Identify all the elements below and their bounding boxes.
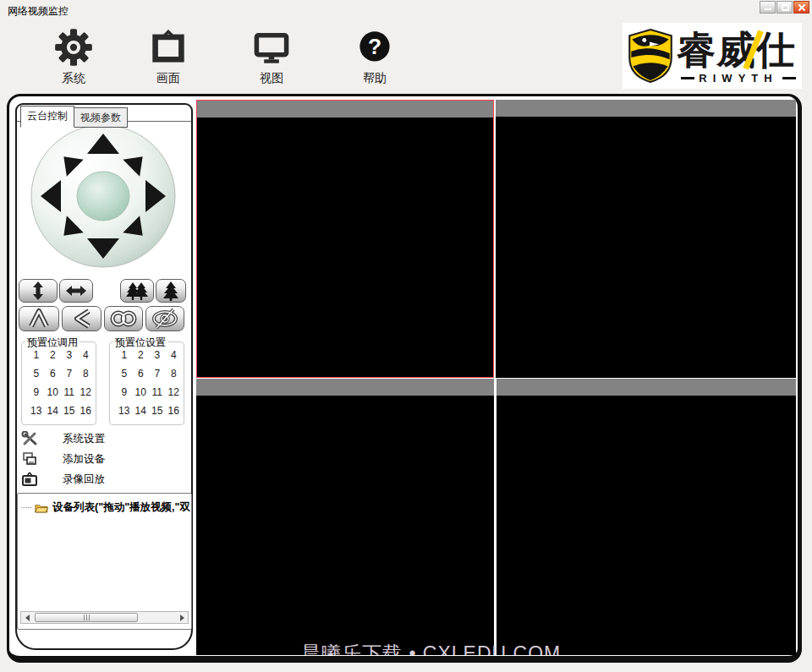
scroll-right-arrow[interactable] [176,612,188,623]
minimize-icon [765,8,771,10]
preset-number[interactable]: 15 [61,405,78,417]
preset-number[interactable]: 7 [149,368,166,380]
help-icon: ? [338,27,411,68]
minimize-button[interactable] [760,1,776,14]
logo-dash-left [681,77,694,79]
system-settings-label: 系统设置 [63,432,105,446]
brand-latin: RIWYTH [699,72,777,85]
toolbar-screen-label: 画面 [132,71,205,86]
preset-number[interactable]: 14 [45,405,62,417]
brand-logo: 睿威仕 RIWYTH [623,23,802,89]
preset-call-grid: 12345678910111213141516 [28,349,94,417]
folder-icon [35,502,48,514]
device-tree-root[interactable]: 设备列表("拖动"播放视频,"双 [21,500,190,515]
preset-number[interactable]: 2 [45,349,62,361]
video-panel-2[interactable] [496,100,796,378]
preset-number[interactable]: 12 [78,386,95,398]
video-grid: 晨曦乐下载 • CXLEDU.COM [196,100,796,655]
preset-number[interactable]: 11 [149,386,166,398]
preset-number[interactable]: 2 [133,349,150,361]
panel-divider [495,379,497,655]
focus-far-button[interactable] [104,306,143,331]
tv-icon [20,472,39,487]
monitor-icon [235,27,308,68]
horizontal-scrollbar[interactable] [20,611,189,624]
preset-number[interactable]: 1 [116,349,133,361]
preset-number[interactable]: 6 [133,368,150,380]
maximize-icon [782,4,789,11]
preset-number[interactable]: 16 [166,405,183,417]
preset-number[interactable]: 13 [28,405,45,417]
iris-open-icon [26,308,52,330]
preset-number[interactable]: 7 [61,368,78,380]
gear-icon [37,27,110,68]
zoom-in-button[interactable] [156,279,186,303]
logo-dash-right [782,77,796,79]
video-panel-4-titlebar [496,379,796,396]
preset-number[interactable]: 8 [78,368,95,380]
tab-ptz-control[interactable]: 云台控制 [20,106,74,128]
preset-number[interactable]: 13 [116,405,133,417]
preset-number[interactable]: 9 [116,386,133,398]
playback-button[interactable]: 录像回放 [20,471,173,488]
focus-infinity-icon [109,308,138,330]
video-panel-3[interactable] [196,379,494,655]
scroll-left-arrow[interactable] [21,612,33,623]
preset-number[interactable]: 3 [61,349,78,361]
preset-number[interactable]: 3 [149,349,166,361]
preset-number[interactable]: 10 [45,386,62,398]
video-panel-3-titlebar [196,379,494,396]
zoom-out-button[interactable] [120,279,154,303]
pan-horizontal-icon [65,284,87,298]
video-panel-4[interactable] [496,379,796,655]
add-device-label: 添加设备 [63,452,105,467]
zoom-in-tree-icon [162,281,179,301]
preset-number[interactable]: 12 [166,386,183,398]
preset-number[interactable]: 6 [45,368,62,380]
preset-number[interactable]: 1 [28,349,45,361]
close-button[interactable] [793,1,809,14]
watermark-text: 晨曦乐下载 • CXLEDU.COM [301,641,561,655]
toolbar-system-button[interactable]: 系统 [37,27,110,88]
tab-video-params[interactable]: 视频参数 [74,107,128,128]
brand-latin-row: RIWYTH [678,72,798,85]
zoom-out-trees-icon [126,281,148,301]
ptz-wheel[interactable] [30,124,176,268]
iris-open-button[interactable] [19,306,59,331]
video-panel-2-titlebar [496,100,796,117]
toolbar-view-button[interactable]: 视图 [235,27,308,88]
toolbar-help-button[interactable]: ? 帮助 [338,27,411,88]
picture-frame-icon [132,27,205,68]
maximize-button[interactable] [776,1,793,14]
playback-label: 录像回放 [63,473,105,487]
preset-number[interactable]: 5 [116,368,133,380]
focus-chevron-icon [70,308,94,330]
scroll-thumb[interactable] [35,613,138,622]
toolbar-view-label: 视图 [235,71,308,86]
video-panel-1-titlebar [197,101,493,117]
preset-number[interactable]: 4 [78,349,95,361]
pan-horizontal-button[interactable] [59,279,93,303]
toolbar-screen-button[interactable]: 画面 [132,27,205,88]
preset-call-title: 预置位调用 [25,336,80,350]
preset-number[interactable]: 4 [166,349,183,361]
preset-number[interactable]: 10 [133,386,150,398]
preset-number[interactable]: 8 [166,368,183,380]
preset-number[interactable]: 5 [28,368,45,380]
preset-number[interactable]: 14 [133,405,150,417]
device-tree-label: 设备列表("拖动"播放视频,"双 [52,500,190,515]
system-settings-button[interactable]: 系统设置 [20,430,173,447]
tools-icon [20,431,39,446]
pan-vertical-button[interactable] [19,279,58,303]
iris-close-icon [151,308,179,330]
preset-number[interactable]: 9 [28,386,45,398]
iris-close-button[interactable] [145,306,184,331]
preset-number[interactable]: 15 [149,405,166,417]
preset-number[interactable]: 11 [61,386,78,398]
video-panel-1[interactable] [196,100,494,378]
add-device-button[interactable]: 添加设备 [20,451,173,467]
preset-number[interactable]: 16 [78,405,95,417]
focus-near-button[interactable] [62,306,102,331]
preset-set-title: 预置位设置 [113,336,167,350]
ptz-center-knob[interactable] [77,172,129,221]
